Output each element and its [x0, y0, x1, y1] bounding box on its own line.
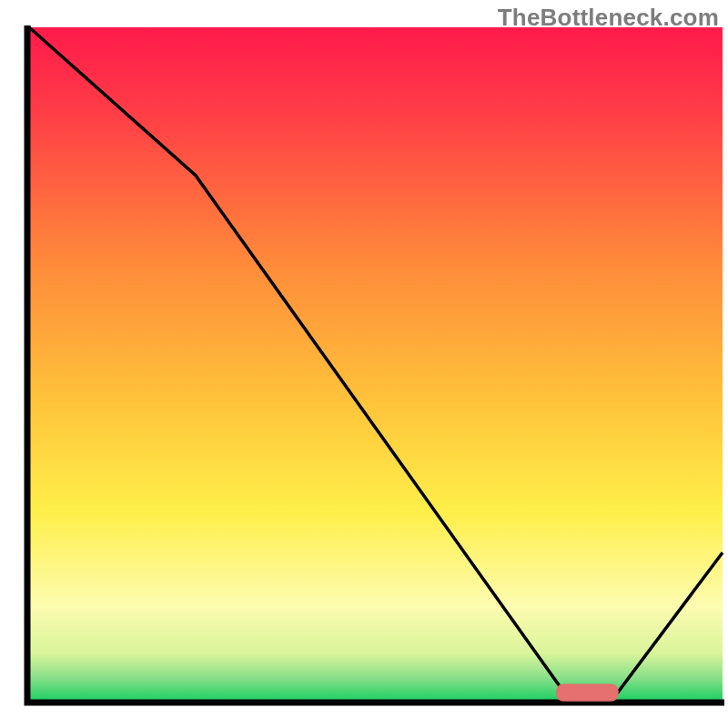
bottleneck-chart [0, 0, 728, 728]
optimal-range-marker [556, 683, 619, 701]
chart-container: TheBottleneck.com [0, 0, 728, 728]
plot-background [29, 27, 723, 701]
watermark-label: TheBottleneck.com [498, 4, 719, 32]
